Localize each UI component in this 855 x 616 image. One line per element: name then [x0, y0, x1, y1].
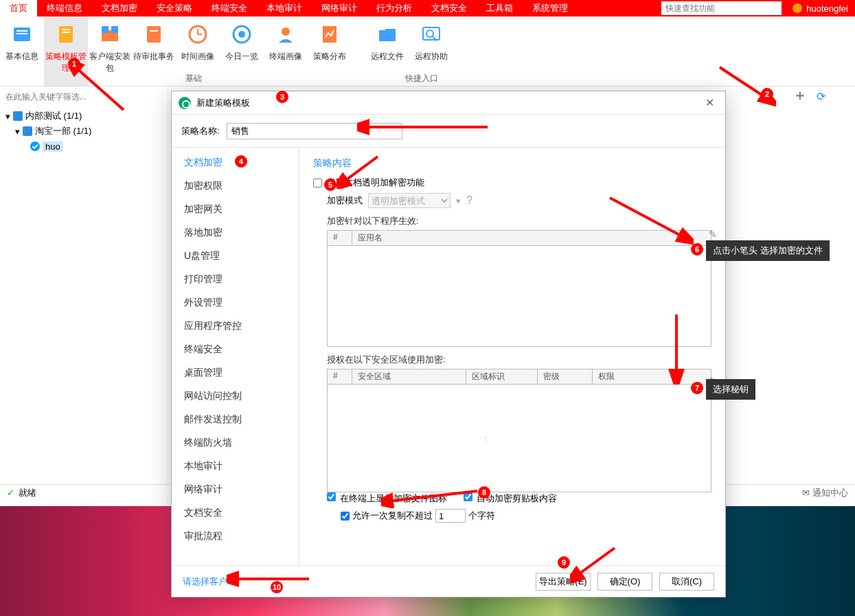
ribbon-today-overview[interactable]: 今日一览	[220, 16, 264, 86]
resize-handle[interactable]: ⋮	[482, 435, 488, 442]
annotation-badge-10: 10	[271, 581, 283, 593]
tab-doc-encrypt[interactable]: 文档加密	[92, 0, 147, 16]
svg-point-16	[282, 27, 290, 36]
cat-email-control[interactable]: 邮件发送控制	[172, 407, 298, 431]
cancel-button[interactable]: 取消(C)	[659, 573, 714, 591]
refresh-button[interactable]: ⟳	[814, 89, 828, 103]
ribbon-policy-distribution[interactable]: 策略分布	[308, 16, 352, 86]
help-icon[interactable]: ?	[466, 194, 472, 207]
export-policy-button[interactable]: 导出策略(E)	[536, 573, 591, 591]
mode-label: 加密模式	[327, 194, 363, 207]
cat-peripheral-mgmt[interactable]: 外设管理	[172, 290, 298, 314]
tree-label: 淘宝一部 (1/1)	[35, 125, 91, 137]
top-menu-bar: 首页 终端信息 文档加密 安全策略 终端安全 本地审计 网络审计 行为分析 文档…	[0, 0, 855, 16]
ribbon-remote-file[interactable]: 远程文件	[365, 16, 409, 86]
copy-limit-input[interactable]	[435, 509, 466, 523]
zcol-perm: 权限	[593, 369, 711, 384]
tree-label: 内部测试 (1/1)	[25, 110, 82, 122]
annotation-badge-6: 6	[691, 243, 703, 255]
annotation-badge-3: 3	[276, 91, 288, 103]
svg-rect-9	[147, 26, 161, 43]
cat-approval-flow[interactable]: 审批流程	[172, 524, 298, 547]
svg-rect-5	[62, 32, 70, 33]
cat-network-audit[interactable]: 网络审计	[172, 477, 298, 501]
tree-node-taobao[interactable]: ▾ 淘宝一部 (1/1)	[5, 124, 162, 139]
notification-center[interactable]: ✉ 通知中心	[802, 487, 848, 499]
cat-print-mgmt[interactable]: 打印管理	[172, 267, 298, 290]
tab-home[interactable]: 首页	[0, 0, 37, 16]
tab-terminal-info[interactable]: 终端信息	[37, 0, 92, 16]
zcol-num: #	[328, 369, 352, 384]
group-icon	[13, 111, 23, 121]
user-menu[interactable]: huotengfei	[786, 0, 855, 16]
cat-local-audit[interactable]: 本地审计	[172, 454, 298, 477]
tab-network-audit[interactable]: 网络审计	[312, 0, 367, 16]
dialog-title: 新建策略模板	[196, 97, 250, 109]
annotation-badge-9: 9	[558, 556, 570, 569]
annotation-badge-4: 4	[235, 155, 247, 168]
svg-point-15	[238, 31, 245, 38]
cat-doc-security[interactable]: 文档安全	[172, 501, 298, 524]
zone-auth-label: 授权在以下安全区域使用加密:	[327, 354, 711, 366]
annotation-tooltip-6: 点击小笔头 选择加密的文件	[706, 240, 830, 261]
policy-name-label: 策略名称:	[181, 125, 220, 137]
ribbon-basic-info[interactable]: 基本信息	[0, 16, 44, 86]
tab-system-mgmt[interactable]: 系统管理	[523, 0, 578, 16]
tab-local-audit[interactable]: 本地审计	[257, 0, 312, 16]
tab-security-policy[interactable]: 安全策略	[147, 0, 202, 16]
ok-button[interactable]: 确定(O)	[597, 573, 652, 591]
cat-landing-encrypt[interactable]: 落地加密	[172, 220, 298, 244]
tree-node-internal-test[interactable]: ▾ 内部测试 (1/1)	[5, 109, 162, 124]
notice-label: 通知中心	[812, 487, 848, 499]
cat-encrypt-gateway[interactable]: 加密网关	[172, 197, 298, 220]
edit-programs-pencil-icon[interactable]: ✎	[709, 229, 720, 240]
annotation-tooltip-7: 选择秘钥	[706, 379, 755, 400]
allow-copy-limit-checkbox[interactable]: 允许一次复制不超过 个字符	[341, 509, 711, 523]
encrypt-mode-select[interactable]: 透明加密模式	[368, 193, 451, 208]
svg-rect-18	[423, 27, 440, 40]
ribbon-terminal-portrait[interactable]: 终端画像	[264, 16, 308, 86]
tab-terminal-security[interactable]: 终端安全	[202, 0, 257, 16]
ribbon-pending-approval[interactable]: 待审批事务	[132, 16, 176, 86]
tree-node-huo[interactable]: huo	[5, 139, 162, 154]
select-client-link[interactable]: 请选择客户端	[183, 575, 236, 588]
dialog-icon	[179, 97, 191, 109]
security-zone-grid[interactable]: # 安全区域 区域标识 密级 权限	[327, 369, 711, 492]
category-list[interactable]: 文档加密 加密权限 加密网关 落地加密 U盘管理 打印管理 外设管理 应用程序管…	[172, 148, 299, 565]
cat-app-control[interactable]: 应用程序管控	[172, 314, 298, 337]
dialog-titlebar: 新建策略模板 ✕	[172, 91, 725, 115]
new-policy-template-dialog: 新建策略模板 ✕ 策略名称: 文档加密 加密权限 加密网关 落地加密 U盘管理 …	[171, 91, 726, 597]
target-programs-grid[interactable]: # 应用名	[327, 230, 711, 347]
chevron-down-icon: ▾	[456, 196, 461, 206]
username-label: huotengfei	[806, 3, 848, 14]
cat-usb-mgmt[interactable]: U盘管理	[172, 244, 298, 267]
enable-encrypt-checkbox[interactable]: 启用文档透明加解密功能	[313, 176, 711, 189]
tab-toolbox[interactable]: 工具箱	[477, 0, 523, 16]
add-button[interactable]: +	[793, 89, 807, 103]
auto-encrypt-clipboard-checkbox[interactable]: 自动加密剪贴板内容	[464, 493, 557, 503]
tab-doc-security[interactable]: 文档安全	[422, 0, 477, 16]
cat-terminal-firewall[interactable]: 终端防火墙	[172, 431, 298, 454]
cat-desktop-mgmt[interactable]: 桌面管理	[172, 361, 298, 384]
svg-point-19	[426, 30, 433, 37]
close-button[interactable]: ✕	[701, 95, 718, 111]
svg-rect-10	[150, 30, 158, 32]
cat-website-control[interactable]: 网站访问控制	[172, 384, 298, 407]
cat-terminal-security[interactable]: 终端安全	[172, 337, 298, 361]
annotation-badge-7: 7	[691, 382, 703, 394]
svg-rect-4	[62, 29, 70, 30]
policy-content-panel: 策略内容 启用文档透明加解密功能 加密模式 透明加密模式 ▾ ? 加密针对以下程…	[299, 148, 725, 565]
quick-search-input[interactable]	[661, 1, 782, 15]
cat-encrypt-perm[interactable]: 加密权限	[172, 174, 298, 197]
ribbon-policy-template[interactable]: 策略模板管理	[44, 16, 88, 86]
tab-behavior[interactable]: 行为分析	[367, 0, 422, 16]
show-icon-checkbox[interactable]: 在终端上显示加密文件图标	[327, 493, 447, 503]
annotation-badge-5: 5	[324, 179, 337, 191]
svg-rect-7	[102, 26, 109, 33]
ribbon-client-package[interactable]: 客户端安装包	[88, 16, 132, 86]
tree-filter-input[interactable]	[0, 89, 168, 104]
policy-name-input[interactable]	[227, 123, 402, 139]
panel-title: 策略内容	[313, 157, 711, 170]
chevron-down-icon: ▾	[15, 126, 20, 137]
check-icon: ✓	[7, 488, 14, 498]
